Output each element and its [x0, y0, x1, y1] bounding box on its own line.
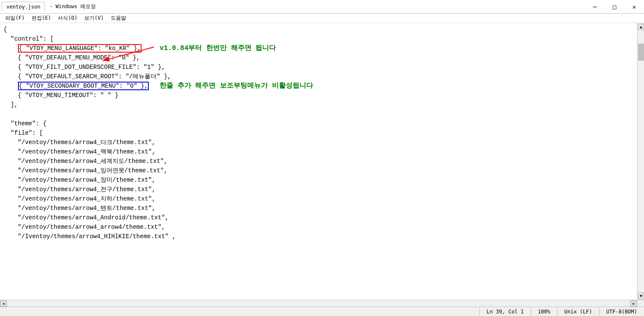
line-23: "/Iventoy/themes/arrow4_HIHlKIE/theme.tx… — [3, 232, 634, 241]
title-controls: ─ □ ✕ — [585, 0, 644, 14]
line-5: { "VTOY_FILT_DOT_UNDERSCORE_FILE": "1" }… — [3, 62, 634, 72]
annotation-secondary: 한줄 추가 해주면 보조부팅메뉴가 비활성됩니다 — [160, 82, 313, 90]
status-charset: UTF-8(BOM) — [599, 307, 644, 316]
menu-file[interactable]: 파일(F) — [2, 14, 28, 23]
scroll-up-button[interactable]: ▲ — [638, 24, 644, 30]
close-button[interactable]: ✕ — [624, 0, 644, 14]
scrollbar-track — [638, 61, 644, 292]
status-items: Ln 39, Col 1 100% Unix (LF) UTF-8(BOM) — [479, 307, 644, 316]
menu-help[interactable]: 도움말 — [107, 14, 130, 23]
scroll-down-button[interactable]: ▼ — [638, 292, 644, 299]
title-bar-left: ventoy.json - Windows 메모장 — [0, 2, 585, 12]
title-bar: ventoy.json - Windows 메모장 ─ □ ✕ — [0, 0, 644, 14]
menu-bar: 파일(F) 편집(E) 서식(O) 보기(V) 도움말 — [0, 14, 644, 23]
line-3: { "VTOY_MENU_LANGUAGE": "ko_KR" }, v1.0.… — [3, 44, 634, 53]
line-4: { "VTOY_DEFAULT_MENU_MODE": "0" }, — [3, 53, 634, 62]
line-12: "file": [ — [3, 128, 634, 138]
menu-edit[interactable]: 편집(E) — [28, 14, 55, 23]
editor-area: { "control": [ { "VTOY_MENU_LANGUAGE": "… — [0, 23, 644, 300]
scrollbar-horizontal-container: ◄ ► — [0, 300, 644, 307]
line-6: { "VTOY_DEFAULT_SEARCH_ROOT": "/메뉴폴더" }, — [3, 72, 634, 81]
menu-format[interactable]: 서식(O) — [54, 14, 81, 23]
editor-content[interactable]: { "control": [ { "VTOY_MENU_LANGUAGE": "… — [0, 23, 637, 300]
line-18: "/ventoy/themes/arrow4_전구/theme.txt", — [3, 185, 634, 194]
line-11: "theme": { — [3, 119, 634, 128]
scrollbar-corner — [637, 300, 644, 307]
line-20: "/ventoy/themes/arrow4_텐트/theme.txt", — [3, 204, 634, 213]
scrollbar-thumb[interactable] — [638, 44, 644, 61]
annotation-version: v1.0.84부터 한번만 해주면 됩니다 — [160, 44, 276, 52]
line-16: "/ventoy/themes/arrow4_잉어연못/theme.txt", — [3, 166, 634, 175]
scrollbar-vertical[interactable]: ▲ ▼ — [637, 23, 644, 300]
line-17: "/ventoy/themes/arrow4_장미/theme.txt", — [3, 175, 634, 185]
line-15: "/ventoy/themes/arrow4_세계지도/theme.txt", — [3, 157, 634, 166]
line-10 — [3, 109, 634, 119]
highlight-blue-secondary: { "VTOY_SECONDARY_BOOT_MENU": "0" }, — [18, 82, 149, 90]
scroll-left-button[interactable]: ◄ — [0, 301, 7, 307]
scrollbar-h-track — [7, 301, 630, 306]
status-encoding: Unix (LF) — [557, 307, 599, 316]
scroll-right-button[interactable]: ► — [630, 301, 637, 307]
highlight-red-language: { "VTOY_MENU_LANGUAGE": "ko_KR" }, — [18, 44, 142, 53]
status-zoom: 100% — [531, 307, 557, 316]
maximize-button[interactable]: □ — [605, 0, 624, 14]
line-8: { "VTOY_MENU_TIMEOUT": " " } — [3, 91, 634, 100]
line-9: ], — [3, 100, 634, 109]
bottom-area: ◄ ► Ln 39, Col 1 100% Unix (LF) UTF-8(BO… — [0, 300, 644, 316]
line-13: "/ventoy/themes/arrow4_다크/theme.txt", — [3, 138, 634, 147]
status-position: Ln 39, Col 1 — [479, 307, 531, 316]
menu-view[interactable]: 보기(V) — [81, 14, 107, 23]
status-bar: Ln 39, Col 1 100% Unix (LF) UTF-8(BOM) — [0, 307, 644, 316]
line-2: "control": [ — [3, 34, 634, 44]
line-22: "/ventoy/themes/arrow4_arrow4/theme.txt"… — [3, 222, 634, 232]
title-tab[interactable]: ventoy.json — [2, 2, 45, 12]
line-1: { — [3, 25, 634, 34]
line-19: "/ventoy/themes/arrow4_지하/theme.txt", — [3, 194, 634, 204]
line-21: "/ventoy/themes/arrow4_Android/theme.txt… — [3, 213, 634, 222]
line-7: { "VTOY_SECONDARY_BOOT_MENU": "0" }, 한줄 … — [3, 81, 634, 91]
line-14: "/ventoy/themes/arrow4_맥북/theme.txt", — [3, 147, 634, 157]
title-text: - Windows 메모장 — [49, 3, 95, 10]
minimize-button[interactable]: ─ — [585, 0, 605, 14]
